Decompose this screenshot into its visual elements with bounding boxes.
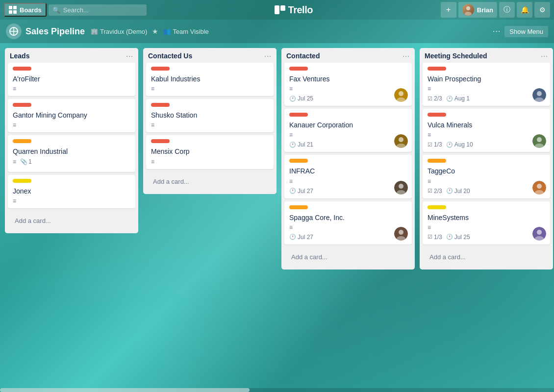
due-date: Jul 25 — [454, 234, 470, 241]
user-button[interactable]: Brian — [458, 2, 497, 18]
card[interactable]: TaggeCo≡☑2/3🕐Jul 20 — [423, 155, 550, 198]
card-label — [289, 113, 308, 117]
description-icon: ≡ — [151, 158, 154, 165]
list-menu-button[interactable]: ··· — [126, 52, 133, 60]
card-meta: 🕐Jul 27 — [289, 234, 391, 241]
card-title: A'roFilter — [13, 74, 130, 83]
card-avatar — [394, 181, 408, 195]
list-menu-button[interactable]: ··· — [403, 52, 410, 60]
clock-icon: 🕐 — [289, 234, 296, 240]
svg-point-9 — [399, 184, 403, 189]
description-icon: ≡ — [289, 178, 293, 185]
card-meta-item: 🕐Aug 1 — [446, 95, 470, 102]
card[interactable]: Wain Prospecting≡☑2/3🕐Aug 1 — [423, 63, 550, 106]
card[interactable]: Mensix Corp≡ — [146, 135, 274, 169]
workspace-item[interactable]: 🏢 Travidux (Demo) — [91, 28, 147, 35]
list-title: Contacted Us — [148, 52, 192, 60]
card-label — [428, 67, 446, 71]
card-label — [13, 67, 31, 71]
bottom-scrollbar[interactable] — [0, 388, 554, 392]
checklist-count: 2/3 — [434, 95, 442, 102]
card[interactable]: Vulca Minerals≡☑1/3🕐Aug 10 — [423, 109, 550, 152]
card-meta-item: 🕐Jul 25 — [446, 234, 470, 241]
svg-point-7 — [399, 137, 403, 142]
add-card-button[interactable]: Add a card... — [287, 250, 409, 264]
add-card-button[interactable]: Add a card... — [11, 214, 132, 227]
settings-button[interactable]: ⚙ — [534, 2, 550, 18]
card-title: Wain Prospecting — [428, 74, 529, 83]
show-menu-button[interactable]: Show Menu — [504, 26, 548, 37]
card-meta-item: 🕐Aug 10 — [446, 141, 473, 148]
card[interactable]: Fax Ventures≡🕐Jul 25 — [284, 63, 412, 106]
add-card-area: Add a card... — [283, 247, 413, 267]
clock-icon: 🕐 — [289, 96, 296, 102]
card-title: MineSystems — [428, 213, 529, 222]
visibility-item[interactable]: 👥 Team Visible — [163, 28, 208, 35]
avatar-image — [532, 88, 546, 102]
list-header: Contacted ··· — [281, 48, 415, 63]
card-label — [151, 139, 170, 143]
visibility-icon: 👥 — [163, 28, 171, 35]
add-button[interactable]: + — [441, 2, 456, 18]
user-name: Brian — [477, 6, 493, 14]
avatar-image — [394, 134, 408, 148]
card-avatar — [394, 88, 408, 102]
add-card-button[interactable]: Add a card... — [149, 175, 271, 188]
description-icon: ≡ — [289, 131, 293, 138]
card-meta-item: ☑2/3 — [428, 188, 442, 195]
list-cards: A'roFilter≡Gantor Mining Company≡Quarren… — [5, 63, 138, 211]
add-card-button[interactable]: Add a card... — [426, 250, 547, 264]
card-meta: 🕐Jul 21 — [289, 141, 391, 148]
card-meta: ☑1/3🕐Jul 25 — [428, 234, 529, 241]
card-label — [428, 205, 446, 209]
card-meta-item: ☑1/3 — [428, 234, 442, 241]
card[interactable]: Jonex≡ — [8, 175, 135, 208]
card-label — [151, 67, 170, 71]
list-menu-button[interactable]: ··· — [264, 52, 272, 60]
card-avatar — [532, 88, 546, 102]
clock-icon: 🕐 — [289, 142, 296, 148]
list-meeting-scheduled: Meeting Scheduled ··· Wain Prospecting≡☑… — [420, 48, 553, 270]
card[interactable]: Quarren Industrial≡📎1 — [8, 135, 135, 172]
trello-logo-icon — [275, 5, 285, 14]
card[interactable]: Shusko Station≡ — [146, 99, 274, 132]
card-meta-item: 🕐Jul 27 — [289, 234, 313, 241]
card-meta: 🕐Jul 25 — [289, 95, 391, 102]
card-meta: ☑2/3🕐Aug 1 — [428, 95, 529, 102]
star-button[interactable]: ★ — [152, 27, 158, 35]
list-title: Leads — [10, 52, 29, 60]
card-avatar — [532, 227, 546, 241]
description-icon: ≡ — [13, 85, 16, 92]
due-date: Jul 21 — [298, 141, 313, 148]
due-date: Jul 27 — [298, 234, 313, 241]
svg-point-12 — [397, 236, 405, 241]
card[interactable]: Gantor Mining Company≡ — [8, 99, 135, 132]
svg-point-1 — [465, 12, 472, 16]
boards-button[interactable]: Boards — [4, 3, 47, 17]
list-cards: Fax Ventures≡🕐Jul 25 Kanauer Corporation… — [281, 63, 415, 247]
info-button[interactable]: ⓘ — [499, 2, 515, 18]
list-menu-button[interactable]: ··· — [541, 52, 548, 60]
checklist-icon: ☑ — [428, 234, 432, 240]
description-icon: ≡ — [13, 122, 16, 128]
card[interactable]: INFRAC≡🕐Jul 27 — [284, 155, 412, 198]
card[interactable]: Spagga Core, Inc.≡🕐Jul 27 — [284, 201, 412, 245]
card[interactable]: Kanauer Corporation≡🕐Jul 21 — [284, 109, 412, 152]
list-leads: Leads ··· A'roFilter≡Gantor Mining Compa… — [5, 48, 138, 233]
notifications-button[interactable]: 🔔 — [517, 2, 532, 18]
card[interactable]: A'roFilter≡ — [8, 63, 135, 96]
clock-icon: 🕐 — [446, 142, 453, 148]
trello-logo-text: Trello — [288, 4, 313, 16]
search-input[interactable] — [63, 6, 143, 14]
card-title: TaggeCo — [428, 167, 529, 175]
card[interactable]: MineSystems≡☑1/3🕐Jul 25 — [423, 201, 550, 245]
workspace-name: Travidux (Demo) — [100, 28, 147, 35]
card[interactable]: Kabul Industries≡ — [146, 63, 274, 96]
show-menu-dots: ··· — [493, 27, 501, 36]
clock-icon: 🕐 — [446, 234, 453, 240]
board-body: Leads ··· A'roFilter≡Gantor Mining Compa… — [0, 43, 554, 392]
user-avatar — [462, 4, 474, 16]
card-avatar — [532, 134, 546, 148]
checklist-icon: ☑ — [428, 142, 432, 148]
workspace-icon: 🏢 — [91, 28, 98, 35]
